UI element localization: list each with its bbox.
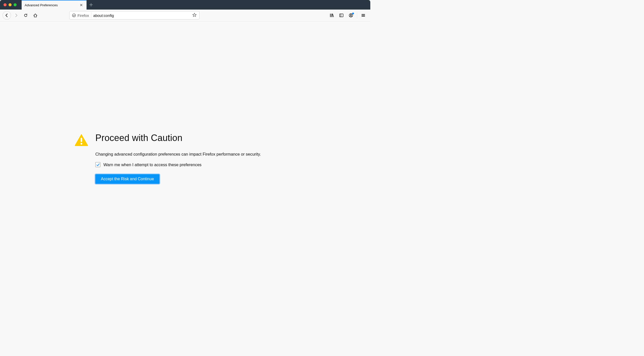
- reload-button[interactable]: [21, 11, 30, 20]
- url-bar[interactable]: Firefox: [69, 11, 199, 20]
- warn-checkbox-label: Warn me when I attempt to access these p…: [103, 162, 202, 167]
- url-input[interactable]: [93, 13, 189, 18]
- svg-rect-4: [81, 138, 82, 142]
- sidebar-icon: [339, 13, 344, 18]
- maximize-window-button[interactable]: [14, 3, 17, 6]
- tab-strip: Advanced Preferences: [22, 0, 96, 10]
- svg-point-0: [72, 14, 75, 17]
- home-button[interactable]: [31, 11, 40, 20]
- close-window-button[interactable]: [4, 3, 7, 6]
- sidebar-button[interactable]: [337, 11, 346, 20]
- close-tab-button[interactable]: [79, 3, 84, 7]
- page-content: Proceed with Caution Changing advanced c…: [0, 21, 370, 204]
- warning-icon: [74, 133, 88, 184]
- library-icon: [330, 13, 334, 18]
- svg-point-3: [350, 14, 352, 16]
- new-tab-button[interactable]: [87, 0, 96, 10]
- forward-button[interactable]: [12, 11, 21, 20]
- identity-label: Firefox: [77, 13, 89, 18]
- toolbar-separator: [357, 12, 357, 19]
- accept-risk-button[interactable]: Accept the Risk and Continue: [95, 174, 159, 184]
- browser-tab[interactable]: Advanced Preferences: [22, 0, 87, 10]
- identity-box[interactable]: Firefox: [71, 12, 91, 18]
- nav-toolbar: Firefox: [0, 10, 370, 21]
- warning-title: Proceed with Caution: [95, 133, 261, 143]
- warning-body: Proceed with Caution Changing advanced c…: [95, 133, 261, 184]
- menu-button[interactable]: [359, 11, 368, 20]
- library-button[interactable]: [327, 11, 336, 20]
- svg-point-5: [80, 143, 82, 145]
- minimize-window-button[interactable]: [9, 3, 12, 6]
- notification-dot: [352, 13, 354, 14]
- account-button[interactable]: [346, 11, 355, 20]
- svg-rect-1: [340, 14, 343, 17]
- tab-title: Advanced Preferences: [25, 3, 77, 7]
- firefox-icon: [72, 13, 76, 17]
- bookmark-star-button[interactable]: [191, 13, 198, 18]
- warning-description: Changing advanced configuration preferen…: [95, 152, 261, 157]
- back-button[interactable]: [3, 11, 11, 20]
- titlebar: Advanced Preferences: [0, 0, 370, 10]
- warn-checkbox-row: Warn me when I attempt to access these p…: [95, 162, 261, 167]
- window-controls: [0, 0, 22, 10]
- warn-checkbox[interactable]: [95, 162, 100, 167]
- hamburger-icon: [361, 13, 365, 17]
- checkmark-icon: [96, 163, 100, 167]
- warning-container: Proceed with Caution Changing advanced c…: [74, 133, 261, 184]
